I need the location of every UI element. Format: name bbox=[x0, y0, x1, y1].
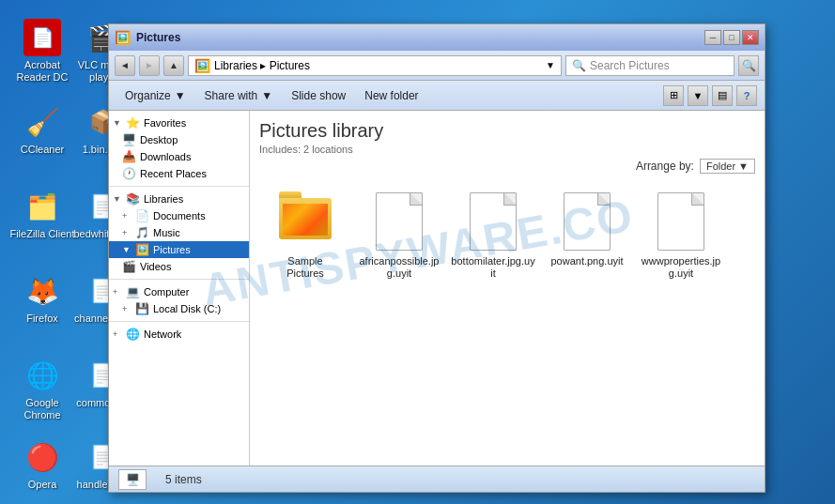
arrange-value: Folder bbox=[706, 160, 735, 172]
status-computer-icon: 🖥️ bbox=[118, 469, 147, 490]
window-title: Pictures bbox=[136, 31, 180, 44]
up-button[interactable]: ▲ bbox=[163, 55, 184, 76]
library-title: Pictures library bbox=[259, 120, 755, 142]
search-box[interactable]: 🔍 Search Pictures bbox=[565, 55, 734, 76]
title-bar: 🖼️ Pictures ─ □ ✕ bbox=[109, 24, 765, 51]
arrange-dropdown[interactable]: Folder ▼ bbox=[700, 159, 755, 174]
nav-item-favorites[interactable]: ▼ ⭐ Favorites bbox=[109, 115, 249, 131]
address-dropdown-arrow[interactable]: ▼ bbox=[546, 60, 555, 70]
wwwproperties-label: wwwproperties.jpg.uyit bbox=[639, 255, 723, 280]
view-icons-button[interactable]: ⊞ bbox=[663, 85, 684, 106]
file-pane-header: Pictures library Includes: 2 locations bbox=[259, 120, 755, 155]
maximize-button[interactable]: □ bbox=[723, 30, 740, 45]
desktop-nav-icon: 🖥️ bbox=[122, 133, 136, 146]
libraries-label: Libraries bbox=[144, 193, 183, 205]
close-button[interactable]: ✕ bbox=[742, 30, 759, 45]
organize-arrow: ▼ bbox=[175, 89, 186, 102]
nav-item-music[interactable]: + 🎵 Music bbox=[109, 224, 249, 241]
nav-item-desktop[interactable]: 🖥️ Desktop bbox=[109, 131, 249, 148]
includes-label: Includes: bbox=[259, 144, 301, 155]
local-disk-label: Local Disk (C:) bbox=[153, 303, 221, 314]
documents-nav-label: Documents bbox=[153, 210, 206, 221]
explorer-window: 🖼️ Pictures ─ □ ✕ ◄ ► ▲ 🖼️ Libraries ▸ P… bbox=[108, 23, 765, 493]
divider-2 bbox=[109, 279, 249, 280]
new-folder-label: New folder bbox=[364, 89, 418, 102]
favorites-expand: ▼ bbox=[113, 118, 122, 128]
file-pane: Pictures library Includes: 2 locations A… bbox=[250, 111, 765, 466]
computer-nav-label: Computer bbox=[144, 286, 189, 298]
sample-pictures-label: Sample Pictures bbox=[268, 255, 343, 280]
nav-item-libraries[interactable]: ▼ 📚 Libraries bbox=[109, 191, 249, 207]
desktop-nav-label: Desktop bbox=[140, 134, 178, 145]
network-nav-icon: 🌐 bbox=[126, 328, 140, 341]
recent-nav-label: Recent Places bbox=[140, 168, 207, 179]
address-field[interactable]: 🖼️ Libraries ▸ Pictures ▼ bbox=[188, 55, 562, 76]
nav-item-pictures[interactable]: ▼ 🖼️ Pictures bbox=[109, 241, 249, 258]
favorites-icon: ⭐ bbox=[126, 116, 140, 130]
network-nav-label: Network bbox=[144, 328, 181, 340]
downloads-nav-label: Downloads bbox=[140, 151, 191, 162]
videos-nav-icon: 🎬 bbox=[122, 260, 136, 273]
desktop-icon-filezilla[interactable]: 🗂️ FileZilla Client bbox=[9, 188, 75, 240]
desktop-icon-chrome[interactable]: 🌐 Google Chrome bbox=[9, 357, 75, 421]
local-disk-icon: 💾 bbox=[135, 302, 149, 315]
file-item-powant[interactable]: powant.png.uyit bbox=[545, 187, 629, 284]
file-item-sample-pictures[interactable]: Sample Pictures bbox=[263, 187, 348, 284]
computer-expand: + bbox=[113, 287, 122, 297]
desktop-icon-opera[interactable]: 🔴 Opera bbox=[9, 438, 75, 491]
favorites-label: Favorites bbox=[144, 117, 186, 129]
music-nav-label: Music bbox=[153, 227, 180, 238]
file-item-african[interactable]: africanpossible.jpg.uyit bbox=[357, 187, 441, 284]
bottomilater-label: bottomilater.jpg.uyit bbox=[451, 255, 535, 280]
desktop-icon-acrobat[interactable]: 📄 Acrobat Reader DC bbox=[9, 19, 75, 84]
nav-item-downloads[interactable]: 📥 Downloads bbox=[109, 148, 249, 165]
back-button[interactable]: ◄ bbox=[115, 55, 135, 76]
libraries-expand: ▼ bbox=[113, 194, 122, 204]
search-button[interactable]: 🔍 bbox=[738, 55, 759, 76]
slide-show-button[interactable]: Slide show bbox=[283, 84, 354, 107]
computer-nav-icon: 💻 bbox=[126, 285, 140, 298]
file-item-bottomilater[interactable]: bottomilater.jpg.uyit bbox=[451, 187, 535, 284]
recent-nav-icon: 🕐 bbox=[122, 167, 136, 180]
arrange-by-label: Arrange by: bbox=[636, 160, 694, 173]
content-area: ▼ ⭐ Favorites 🖥️ Desktop 📥 Downloads 🕐 R… bbox=[109, 111, 765, 466]
search-icon: 🔍 bbox=[572, 59, 586, 72]
downloads-nav-icon: 📥 bbox=[122, 150, 136, 163]
nav-item-network[interactable]: + 🌐 Network bbox=[109, 326, 249, 343]
african-label: africanpossible.jpg.uyit bbox=[357, 255, 441, 280]
pictures-nav-icon: 🖼️ bbox=[135, 243, 149, 256]
libraries-icon: 📚 bbox=[126, 192, 140, 206]
desktop-icon-firefox[interactable]: 🦊 Firefox bbox=[9, 272, 75, 325]
help-button[interactable]: ? bbox=[736, 85, 757, 106]
network-expand: + bbox=[113, 329, 122, 339]
arrange-bar: Arrange by: Folder ▼ bbox=[259, 159, 755, 174]
nav-item-videos[interactable]: 🎬 Videos bbox=[109, 258, 249, 275]
organize-button[interactable]: Organize ▼ bbox=[116, 84, 194, 107]
share-with-arrow: ▼ bbox=[261, 89, 272, 102]
nav-item-local-disk[interactable]: + 💾 Local Disk (C:) bbox=[109, 300, 249, 317]
share-with-button[interactable]: Share with ▼ bbox=[196, 84, 282, 107]
arrange-arrow: ▼ bbox=[738, 160, 749, 172]
address-bar: ◄ ► ▲ 🖼️ Libraries ▸ Pictures ▼ 🔍 Search… bbox=[109, 51, 765, 81]
file-item-wwwproperties[interactable]: wwwproperties.jpg.uyit bbox=[639, 187, 723, 284]
videos-nav-label: Videos bbox=[140, 261, 171, 272]
nav-item-recent[interactable]: 🕐 Recent Places bbox=[109, 165, 249, 182]
desktop-icon-ccleaner[interactable]: 🧹 CCleaner bbox=[9, 103, 75, 156]
nav-item-computer[interactable]: + 💻 Computer bbox=[109, 283, 249, 300]
documents-nav-icon: 📄 bbox=[135, 209, 149, 222]
files-grid: Sample Pictures africanpossible.jpg.uyit bbox=[259, 183, 755, 288]
address-path: Libraries ▸ Pictures bbox=[214, 59, 310, 72]
forward-button[interactable]: ► bbox=[139, 55, 160, 76]
title-buttons: ─ □ ✕ bbox=[704, 30, 759, 45]
pictures-nav-label: Pictures bbox=[153, 244, 191, 255]
address-icon: 🖼️ bbox=[194, 58, 210, 73]
new-folder-button[interactable]: New folder bbox=[356, 84, 426, 107]
nav-pane: ▼ ⭐ Favorites 🖥️ Desktop 📥 Downloads 🕐 R… bbox=[109, 111, 250, 466]
search-placeholder: Search Pictures bbox=[590, 59, 670, 72]
preview-pane-button[interactable]: ▤ bbox=[712, 85, 733, 106]
nav-item-documents[interactable]: + 📄 Documents bbox=[109, 207, 249, 224]
view-dropdown-button[interactable]: ▼ bbox=[688, 85, 708, 106]
powant-label: powant.png.uyit bbox=[550, 255, 623, 267]
minimize-button[interactable]: ─ bbox=[704, 30, 721, 45]
music-nav-icon: 🎵 bbox=[135, 226, 149, 239]
